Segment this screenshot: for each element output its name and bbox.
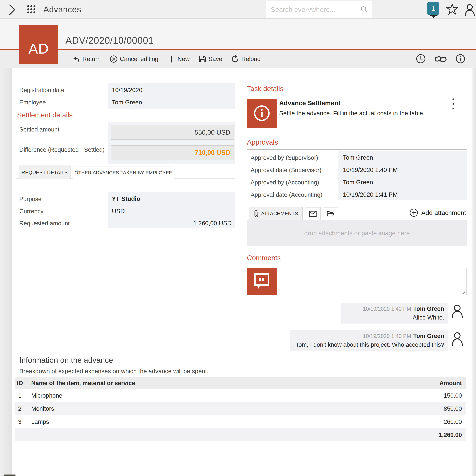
document-avatar: AD xyxy=(19,25,58,64)
add-attachment-button[interactable]: Add attachment xyxy=(409,208,466,217)
accent-divider xyxy=(0,49,476,50)
difference-label: Difference (Requested - Settled) xyxy=(19,146,104,153)
requested-amount-value[interactable]: 1 260,00 USD xyxy=(108,220,232,227)
currency-value[interactable]: USD xyxy=(112,208,125,215)
comment-text: Tom, I don't know about this project. Wh… xyxy=(294,341,444,348)
notifications-icon[interactable]: 1 xyxy=(427,2,440,17)
resize-handle-icon[interactable] xyxy=(461,290,465,294)
approved-accounting-label: Approved by (Accounting) xyxy=(251,179,319,186)
expand-menu-button[interactable] xyxy=(8,4,17,16)
comment-text: Alice White. xyxy=(344,314,444,321)
paperclip-icon xyxy=(254,210,259,218)
reload-button[interactable]: Reload xyxy=(231,55,261,63)
purpose-label: Purpose xyxy=(19,196,41,203)
tab-folder-attachments[interactable] xyxy=(323,207,338,220)
return-button[interactable]: Return xyxy=(73,55,101,63)
comments-bubble-icon xyxy=(254,272,270,291)
notification-stand xyxy=(430,15,438,16)
save-button[interactable]: Save xyxy=(199,55,222,63)
table-row[interactable]: 1 Microphone 150.00 xyxy=(15,389,466,402)
approval-date-accounting-label: Approval date (Accounting) xyxy=(251,191,323,198)
comments-heading: Comments xyxy=(247,254,281,262)
left-margin xyxy=(0,68,12,476)
employee-label: Employee xyxy=(19,99,46,106)
horizontal-scrollbar[interactable] xyxy=(4,475,16,476)
comment-avatar-icon xyxy=(451,304,463,318)
settled-amount-input[interactable]: 550,00 USD xyxy=(111,125,234,140)
reload-icon xyxy=(231,55,239,63)
tab-attachments[interactable]: ATTACHMENTS xyxy=(249,207,303,220)
cancel-editing-button[interactable]: Cancel editing xyxy=(110,55,158,63)
comment-avatar-icon xyxy=(451,331,463,346)
comments-tile xyxy=(247,268,277,295)
new-button[interactable]: New xyxy=(167,55,190,63)
task-title: Advance Settlement xyxy=(279,99,340,107)
task-info-icon xyxy=(253,104,271,122)
history-button[interactable] xyxy=(416,53,426,65)
employee-value[interactable]: Tom Green xyxy=(112,99,142,106)
app-title: Advances xyxy=(43,4,81,14)
document-toolbar: Return Cancel editing New Save Reload xyxy=(73,50,261,68)
notification-count-badge: 1 xyxy=(427,2,439,15)
document-number-title: ADV/2020/10/00001 xyxy=(66,35,154,46)
approvals-divider xyxy=(247,149,467,150)
registration-date-label: Registration date xyxy=(19,87,64,93)
tab-other-advances[interactable]: OTHER ADVANCES TAKEN BY EMPLOYEE xyxy=(73,166,174,179)
purpose-value[interactable]: YT Studio xyxy=(112,195,140,202)
approved-supervisor-label: Approved by (Supervisor) xyxy=(251,154,318,161)
info-button[interactable] xyxy=(455,53,466,65)
approval-date-supervisor-label: Approval date (Supervisor) xyxy=(251,167,322,173)
difference-input[interactable]: 710,00 USD xyxy=(111,145,234,160)
tab-email-attachments[interactable] xyxy=(305,207,321,220)
currency-label: Currency xyxy=(19,208,43,215)
document-secondary-toolbar xyxy=(416,50,466,68)
favorites-star-icon[interactable] xyxy=(446,3,458,16)
app-grid-icon[interactable] xyxy=(27,5,35,14)
top-bar: Advances 1 xyxy=(0,0,476,19)
return-icon xyxy=(73,55,80,63)
approvals-heading: Approvals xyxy=(247,138,278,146)
search-input[interactable] xyxy=(271,1,354,18)
comment-input[interactable] xyxy=(279,268,467,295)
approved-supervisor-value: Tom Green xyxy=(343,154,373,161)
tab-request-details[interactable]: REQUEST DETAILS xyxy=(19,166,70,179)
col-name: Name of the item, material or service xyxy=(31,380,403,387)
task-info-tile xyxy=(247,99,277,128)
right-margin xyxy=(472,68,476,476)
settlement-details-heading: Settlement details xyxy=(17,111,73,119)
tab-underline xyxy=(16,178,19,179)
search-icon[interactable] xyxy=(360,6,368,14)
search-box xyxy=(266,1,372,18)
link-button[interactable] xyxy=(434,54,447,64)
advance-info-subtitle: Breakdown of expected expenses on which … xyxy=(19,368,208,375)
task-description: Settle the advance. Fill in the actual c… xyxy=(279,110,425,117)
cancel-icon xyxy=(110,55,118,63)
task-divider xyxy=(247,96,467,96)
col-id: ID xyxy=(15,380,31,387)
settled-amount-label: Settled amount xyxy=(19,126,59,133)
advance-info-heading: Information on the advance xyxy=(19,356,113,364)
link-icon xyxy=(434,54,447,63)
comments-divider xyxy=(247,265,467,265)
task-menu-kebab-icon[interactable] xyxy=(453,99,454,109)
comment-timestamp: 10/19/2020 1:40 PM xyxy=(363,306,411,312)
table-total-amount: 1,260.00 xyxy=(403,431,466,438)
tab-section-divider xyxy=(16,190,235,190)
comment-timestamp: 10/19/2020 1:40 PM xyxy=(363,333,411,339)
approval-date-supervisor-value: 10/19/2020 1:40 PM xyxy=(343,167,398,173)
task-details-heading: Task details xyxy=(247,85,284,93)
user-profile-icon[interactable] xyxy=(464,3,476,16)
advance-items-table: ID Name of the item, material or service… xyxy=(15,377,466,441)
info-icon xyxy=(455,53,466,64)
table-row[interactable]: 2 Monitors 850.00 xyxy=(15,402,466,415)
chevron-right-icon xyxy=(8,4,17,16)
history-clock-icon xyxy=(416,53,426,64)
approval-date-accounting-value: 10/19/2020 1:41 PM xyxy=(343,191,398,198)
table-row[interactable]: 3 Lamps 260.00 xyxy=(15,415,466,428)
comment-author: Tom Green xyxy=(413,305,444,312)
attachments-dropzone[interactable]: drop attachments or paste image here xyxy=(247,220,467,246)
add-attachment-icon xyxy=(409,208,418,217)
comment-item: 10/19/2020 1:40 PMTom Green Tom, I don't… xyxy=(290,330,448,351)
registration-date-value[interactable]: 10/19/2020 xyxy=(112,86,142,94)
comment-author: Tom Green xyxy=(413,333,444,339)
